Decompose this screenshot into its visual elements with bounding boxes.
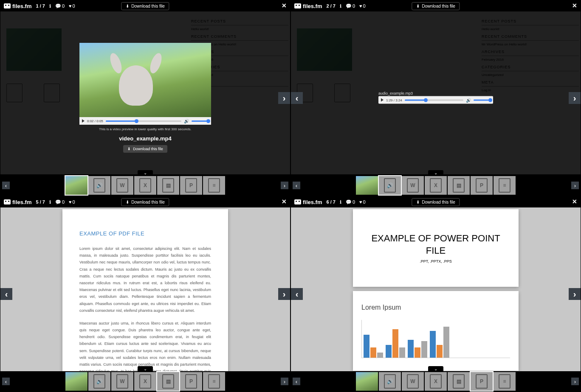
- thumbnail-image[interactable]: [65, 372, 87, 391]
- video-progress[interactable]: [106, 120, 181, 122]
- audio-time: 1:29 / 3:24: [386, 98, 402, 102]
- chart-bar: [392, 329, 398, 358]
- thumbnail-image[interactable]: [65, 176, 87, 195]
- volume-slider[interactable]: [474, 99, 491, 101]
- comments-icon[interactable]: 💬0: [346, 199, 355, 205]
- thumbnail-ppt[interactable]: [180, 372, 202, 391]
- info-icon[interactable]: ℹ: [49, 3, 51, 9]
- expand-thumbs-icon[interactable]: ⌄: [428, 366, 443, 371]
- prev-arrow-icon[interactable]: ‹: [291, 92, 303, 104]
- thumbnail-excel[interactable]: [134, 372, 156, 391]
- download-button[interactable]: ⬇Download this file: [121, 198, 169, 206]
- slide-title: EXAMPLE OF POWER POINT FILE: [361, 232, 510, 257]
- audio-progress[interactable]: [405, 99, 463, 101]
- thumbnail-word[interactable]: [402, 372, 424, 391]
- volume-icon[interactable]: 🔊: [184, 119, 189, 123]
- thumbnail-pdf[interactable]: [157, 176, 179, 195]
- download-icon: ⬇: [416, 200, 420, 204]
- thumbnail-text[interactable]: [494, 176, 516, 195]
- thumbnail-word[interactable]: [111, 176, 133, 195]
- pdf-page[interactable]: EXAMPLE OF PDF FILE Lorem ipsum dolor si…: [62, 209, 228, 392]
- thumb-next-icon[interactable]: ›: [571, 378, 579, 385]
- download-icon: ⬇: [126, 4, 129, 8]
- next-arrow-icon[interactable]: ›: [569, 288, 581, 300]
- thumb-prev-icon[interactable]: ‹: [2, 378, 10, 385]
- ppt-container[interactable]: EXAMPLE OF POWER POINT FILE .PPT, .PPTX,…: [353, 209, 519, 375]
- logo[interactable]: files.fm: [4, 199, 32, 205]
- thumbnail-word[interactable]: [111, 372, 133, 391]
- file-counter: 5 / 7: [36, 199, 45, 204]
- thumbnail-image[interactable]: [356, 176, 378, 195]
- prev-arrow-icon[interactable]: ‹: [291, 288, 303, 300]
- thumbnail-pdf[interactable]: [448, 372, 470, 391]
- text-file-icon: [499, 178, 510, 193]
- heart-icon[interactable]: ♥0: [359, 199, 366, 204]
- info-icon[interactable]: ℹ: [340, 3, 341, 9]
- download-button[interactable]: ⬇Download this file: [121, 2, 169, 10]
- thumbnail-audio[interactable]: [379, 176, 401, 195]
- download-button[interactable]: ⬇Download this file: [412, 2, 460, 10]
- close-icon[interactable]: ✕: [282, 198, 287, 205]
- volume-icon[interactable]: 🔊: [466, 98, 471, 102]
- audio-controls[interactable]: 1:29 / 3:24 🔊: [378, 96, 493, 104]
- thumb-next-icon[interactable]: ›: [281, 378, 288, 385]
- comments-icon[interactable]: 💬0: [55, 3, 65, 9]
- download-icon: ⬇: [127, 147, 131, 151]
- download-file-button[interactable]: ⬇Download this file: [123, 145, 167, 153]
- thumbnail-excel[interactable]: [134, 176, 156, 195]
- next-arrow-icon[interactable]: ›: [278, 92, 290, 104]
- chart-bar: [430, 331, 436, 358]
- thumbnail-text[interactable]: [203, 176, 225, 195]
- chart-bar: [408, 340, 414, 358]
- heart-icon[interactable]: ♥0: [69, 199, 75, 204]
- close-icon[interactable]: ✕: [282, 2, 287, 9]
- info-icon[interactable]: ℹ: [49, 199, 51, 205]
- thumb-next-icon[interactable]: ›: [281, 182, 288, 189]
- excel-file-icon: [430, 178, 442, 193]
- thumbnail-text[interactable]: [494, 372, 516, 391]
- thumbnail-pdf[interactable]: [448, 176, 470, 195]
- thumbnail-excel[interactable]: [425, 176, 447, 195]
- info-icon[interactable]: ℹ: [340, 199, 341, 205]
- thumbnail-text[interactable]: [203, 372, 225, 391]
- download-icon: ⬇: [126, 200, 129, 204]
- thumb-prev-icon[interactable]: ‹: [2, 182, 10, 189]
- comments-icon[interactable]: 💬0: [346, 3, 355, 9]
- thumb-prev-icon[interactable]: ‹: [293, 182, 300, 189]
- thumbnail-excel[interactable]: [425, 372, 447, 391]
- viewer-pdf: files.fm 5 / 7 ℹ 💬0 ♥0 ⬇Download this fi…: [0, 196, 290, 392]
- thumbnail-ppt[interactable]: [180, 176, 202, 195]
- heart-icon[interactable]: ♥0: [69, 3, 75, 8]
- logo[interactable]: files.fm: [4, 3, 32, 9]
- thumb-prev-icon[interactable]: ‹: [293, 378, 300, 385]
- heart-icon[interactable]: ♥0: [359, 3, 366, 8]
- thumbnail-word[interactable]: [402, 176, 424, 195]
- thumb-next-icon[interactable]: ›: [571, 182, 579, 189]
- video-controls[interactable]: 0:02 / 0:05 🔊: [79, 117, 211, 125]
- close-icon[interactable]: ✕: [572, 2, 577, 9]
- next-arrow-icon[interactable]: ›: [278, 288, 290, 300]
- close-icon[interactable]: ✕: [572, 198, 577, 205]
- logo[interactable]: files.fm: [294, 3, 322, 9]
- expand-thumbs-icon[interactable]: ⌄: [428, 170, 443, 175]
- slide-2: Lorem Ipsum: [353, 291, 519, 371]
- thumbnail-audio[interactable]: [379, 372, 401, 391]
- thumbnail-ppt[interactable]: [471, 176, 493, 195]
- thumbnail-strip: ‹ ›: [291, 175, 581, 196]
- logo[interactable]: files.fm: [294, 199, 322, 205]
- download-button[interactable]: ⬇Download this file: [412, 198, 460, 206]
- thumbnail-image[interactable]: [356, 372, 378, 391]
- expand-thumbs-icon[interactable]: ⌄: [138, 170, 153, 175]
- video-frame[interactable]: [79, 43, 211, 117]
- prev-arrow-icon[interactable]: ‹: [0, 288, 12, 300]
- play-icon[interactable]: [82, 119, 85, 123]
- volume-slider[interactable]: [192, 120, 209, 122]
- expand-thumbs-icon[interactable]: ⌄: [138, 366, 153, 371]
- play-icon[interactable]: [381, 98, 384, 102]
- thumbnail-pdf[interactable]: [157, 372, 179, 391]
- thumbnail-ppt[interactable]: [471, 372, 493, 391]
- comments-icon[interactable]: 💬0: [55, 199, 65, 205]
- thumbnail-audio[interactable]: [88, 372, 110, 391]
- next-arrow-icon[interactable]: ›: [569, 92, 581, 104]
- thumbnail-audio[interactable]: [88, 176, 110, 195]
